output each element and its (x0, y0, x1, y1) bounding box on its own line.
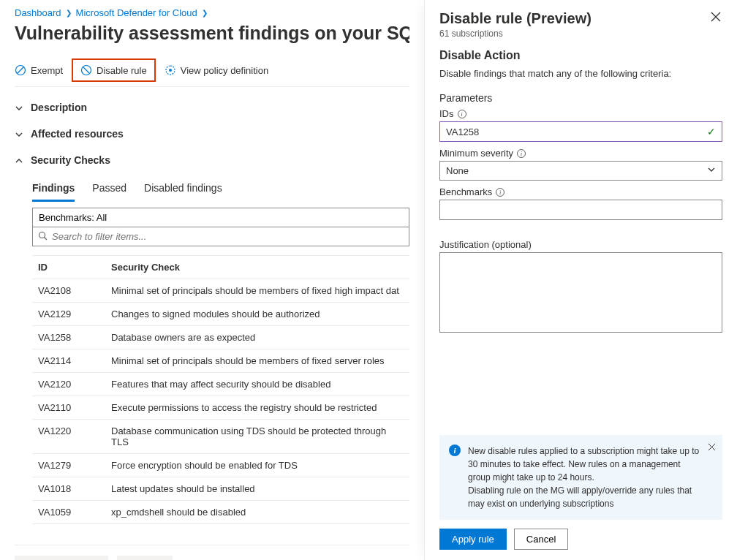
panel-actions: Apply rule Cancel (439, 529, 722, 550)
table-row[interactable]: VA2120Features that may affect security … (32, 373, 409, 396)
tab-findings[interactable]: Findings (32, 178, 75, 202)
view-policy-label: View policy definition (181, 65, 268, 76)
exempt-button[interactable]: Exempt (15, 64, 63, 76)
finding-id: VA2108 (38, 285, 111, 296)
info-text-2: Disabling rule on the MG will apply/over… (468, 484, 701, 510)
finding-id: VA2129 (38, 309, 111, 319)
section-affected-label: Affected resources (31, 128, 124, 140)
info-icon[interactable]: i (496, 188, 504, 197)
table-header: ID Security Check (32, 256, 409, 279)
page-title: Vulnerability assessment findings on you… (15, 23, 409, 44)
section-security-checks[interactable]: Security Checks (15, 147, 409, 173)
tab-passed[interactable]: Passed (92, 178, 126, 202)
exempt-icon (15, 64, 26, 76)
table-row[interactable]: VA1258Database owners are as expected (32, 326, 409, 349)
section-description-label: Description (31, 102, 87, 113)
section-description[interactable]: Description (15, 94, 409, 121)
benchmarks-label: Benchmarks i (439, 186, 722, 197)
info-message: i New disable rules applied to a subscri… (439, 435, 722, 520)
disable-icon (80, 64, 92, 76)
apply-rule-button[interactable]: Apply rule (439, 529, 507, 550)
info-text-1: New disable rules applied to a subscript… (468, 444, 701, 484)
svg-point-4 (169, 69, 172, 72)
breadcrumb-dashboard[interactable]: Dashboard (15, 7, 61, 18)
trigger-logic-app-button[interactable]: Trigger logic app (15, 556, 108, 560)
finding-id: VA1279 (38, 460, 111, 471)
info-icon: i (449, 444, 461, 456)
tab-disabled-findings[interactable]: Disabled findings (144, 178, 222, 202)
view-policy-button[interactable]: View policy definition (165, 64, 268, 76)
justification-textarea[interactable] (439, 252, 722, 333)
findings-table: ID Security Check VA2108Minimal set of p… (32, 255, 409, 524)
info-icon[interactable]: i (517, 149, 526, 158)
benchmarks-filter[interactable] (32, 208, 409, 227)
dismiss-icon[interactable] (708, 442, 716, 455)
svg-line-3 (83, 67, 89, 73)
ids-label: IDs i (439, 108, 722, 119)
disable-action-title: Disable Action (439, 49, 722, 62)
breadcrumb: Dashboard ❯ Microsoft Defender for Cloud… (15, 7, 409, 18)
toolbar: Exempt Disable rule View policy definiti… (15, 64, 409, 87)
finding-id: VA2120 (38, 379, 111, 390)
chevron-down-icon (15, 129, 23, 138)
min-severity-select[interactable]: None (439, 161, 722, 181)
svg-point-5 (39, 232, 45, 238)
table-row[interactable]: VA1018Latest updates should be installed (32, 477, 409, 501)
benchmarks-input[interactable] (439, 200, 722, 220)
col-header-id[interactable]: ID (38, 262, 111, 273)
finding-check: Changes to signed modules should be auth… (111, 309, 404, 319)
close-icon[interactable] (709, 10, 722, 26)
table-row[interactable]: VA2110Execute permissions to access the … (32, 396, 409, 420)
check-icon: ✓ (707, 126, 716, 137)
parameters-label: Parameters (439, 92, 722, 104)
finding-check: Latest updates should be installed (111, 483, 404, 494)
finding-check: Features that may affect security should… (111, 379, 404, 390)
exempt-bottom-button[interactable]: Exempt (117, 556, 173, 560)
finding-check: Execute permissions to access the regist… (111, 402, 404, 413)
col-header-security-check[interactable]: Security Check (111, 262, 404, 273)
finding-check: Database communication using TDS should … (111, 425, 404, 447)
table-row[interactable]: VA2108Minimal set of principals should b… (32, 279, 409, 303)
svg-line-6 (45, 238, 48, 241)
chevron-right-icon: ❯ (202, 9, 208, 17)
chevron-right-icon: ❯ (66, 9, 72, 17)
chevron-down-icon (707, 165, 716, 176)
panel-title: Disable rule (Preview) (439, 10, 592, 27)
finding-check: Database owners are as expected (111, 332, 404, 343)
table-row[interactable]: VA1279Force encryption should be enabled… (32, 454, 409, 477)
ids-value: VA1258 (446, 126, 479, 137)
disable-rule-panel: Disable rule (Preview) 61 subscriptions … (424, 0, 737, 560)
finding-check: Minimal set of principals should be memb… (111, 285, 404, 296)
table-row[interactable]: VA2114Minimal set of principals should b… (32, 349, 409, 373)
search-icon (38, 231, 48, 243)
policy-icon (165, 64, 176, 76)
disable-rule-button[interactable]: Disable rule (72, 58, 156, 82)
search-input[interactable] (32, 227, 409, 246)
exempt-label: Exempt (31, 65, 63, 76)
finding-check: Force encryption should be enabled for T… (111, 460, 404, 471)
finding-id: VA2110 (38, 402, 111, 413)
finding-check: xp_cmdshell should be disabled (111, 507, 404, 518)
justification-label: Justification (optional) (439, 239, 722, 250)
finding-check: Minimal set of principals should be memb… (111, 355, 404, 366)
chevron-up-icon (15, 156, 23, 164)
chevron-down-icon (15, 103, 23, 112)
table-row[interactable]: VA1059xp_cmdshell should be disabled (32, 501, 409, 524)
finding-id: VA1258 (38, 332, 111, 343)
panel-subtitle: 61 subscriptions (439, 29, 722, 39)
table-row[interactable]: VA1220Database communication using TDS s… (32, 420, 409, 454)
bottom-bar: Trigger logic app Exempt (15, 545, 409, 560)
section-affected-resources[interactable]: Affected resources (15, 121, 409, 147)
section-security-label: Security Checks (31, 154, 110, 166)
tabs: Findings Passed Disabled findings (32, 178, 409, 202)
min-severity-label: Minimum severity i (439, 148, 722, 159)
panel-description: Disable findings that match any of the f… (439, 68, 722, 79)
info-icon[interactable]: i (458, 110, 466, 118)
table-row[interactable]: VA2129Changes to signed modules should b… (32, 303, 409, 326)
min-severity-value: None (446, 165, 469, 176)
cancel-button[interactable]: Cancel (514, 529, 568, 550)
breadcrumb-defender[interactable]: Microsoft Defender for Cloud (76, 7, 197, 18)
disable-rule-label: Disable rule (97, 65, 147, 76)
finding-id: VA2114 (38, 355, 111, 366)
ids-input[interactable]: VA1258 ✓ (439, 121, 722, 142)
